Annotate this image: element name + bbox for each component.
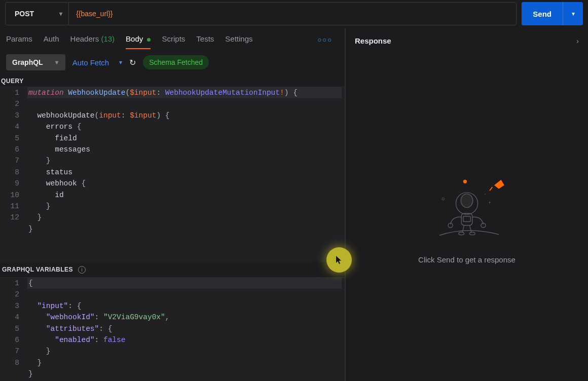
- response-header: Response ›: [346, 28, 588, 53]
- body-mode-label: GraphQL: [12, 58, 43, 66]
- line-number: 1: [0, 87, 19, 98]
- line-number: 6: [0, 144, 19, 155]
- line-number: 9: [0, 178, 19, 189]
- svg-point-8: [463, 180, 467, 183]
- url-input[interactable]: [69, 3, 516, 25]
- send-button[interactable]: Send: [522, 2, 563, 25]
- request-pane: Params Auth Headers (13) Body Scripts Te…: [0, 28, 345, 381]
- line-number: 8: [0, 167, 19, 178]
- tab-tests[interactable]: Tests: [196, 32, 214, 47]
- http-method-label: POST: [15, 10, 34, 18]
- line-number: 7: [0, 155, 19, 166]
- line-number: 4: [0, 121, 19, 132]
- tab-headers[interactable]: Headers (13): [70, 32, 115, 47]
- request-bar: POST ▾ Send ▾: [0, 0, 588, 28]
- query-gutter: 1 2 3 4 5 6 7 8 9 10 11 12: [0, 87, 27, 262]
- response-pane: Response ›: [345, 28, 588, 381]
- chevron-down-icon: ▾: [55, 59, 58, 66]
- tab-body[interactable]: Body: [126, 32, 151, 47]
- query-section-label: QUERY: [0, 75, 345, 87]
- tabs-overflow-icon[interactable]: ○○○: [317, 36, 333, 44]
- svg-rect-3: [463, 216, 470, 222]
- svg-point-7: [469, 232, 475, 235]
- autofetch-toggle[interactable]: Auto Fetch ▾: [72, 58, 123, 67]
- query-code-body[interactable]: mutation WebhookUpdate($input: WebhookUp…: [27, 87, 345, 262]
- astronaut-illustration-icon: [421, 170, 512, 241]
- chevron-right-icon[interactable]: ›: [576, 36, 579, 45]
- response-title: Response: [355, 36, 391, 45]
- chevron-down-icon: ▾: [572, 10, 575, 17]
- body-modified-dot-icon: [147, 38, 151, 42]
- url-container: POST ▾: [5, 2, 517, 25]
- variables-gutter: 1 2 3 4 5 6 7 8: [0, 278, 27, 381]
- refresh-icon[interactable]: ↻: [129, 58, 136, 67]
- autofetch-label: Auto Fetch: [72, 58, 109, 67]
- send-dropdown[interactable]: ▾: [563, 2, 583, 25]
- svg-point-10: [489, 202, 491, 203]
- tab-body-label: Body: [126, 34, 143, 43]
- pane-divider-handle[interactable]: [326, 247, 352, 273]
- http-method-select[interactable]: POST ▾: [6, 3, 69, 25]
- tab-params[interactable]: Params: [6, 32, 32, 47]
- chevron-down-icon: ▾: [59, 10, 62, 17]
- line-number: 3: [0, 300, 19, 312]
- line-number: 5: [0, 323, 19, 334]
- send-button-group: Send ▾: [522, 2, 583, 25]
- tab-scripts[interactable]: Scripts: [162, 32, 185, 47]
- body-toolbar: GraphQL ▾ Auto Fetch ▾ ↻ Schema Fetched: [0, 49, 345, 75]
- variables-code-body[interactable]: { "input": { "webhookId": "V2ViaG9vay0x"…: [27, 278, 345, 381]
- info-icon[interactable]: i: [78, 266, 86, 274]
- line-number: 4: [0, 312, 19, 323]
- response-empty-message: Click Send to get a response: [418, 255, 516, 264]
- line-number: 2: [0, 98, 19, 109]
- response-empty-state: Click Send to get a response: [346, 53, 588, 381]
- line-number: 12: [0, 212, 19, 223]
- tab-auth[interactable]: Auth: [44, 32, 59, 47]
- line-number: 7: [0, 346, 19, 357]
- tab-headers-count: (13): [101, 34, 115, 43]
- cursor-icon: [336, 255, 343, 264]
- variables-editor[interactable]: 1 2 3 4 5 6 7 8 { "input": { "webhookId"…: [0, 277, 345, 381]
- svg-point-1: [461, 194, 472, 208]
- line-number: 5: [0, 133, 19, 144]
- request-tabs: Params Auth Headers (13) Body Scripts Te…: [0, 28, 345, 49]
- svg-point-11: [485, 194, 486, 195]
- line-number: 6: [0, 334, 19, 346]
- line-number: 11: [0, 201, 19, 212]
- line-number: 3: [0, 110, 19, 121]
- chevron-down-icon: ▾: [119, 59, 122, 66]
- tab-headers-label: Headers: [70, 34, 99, 43]
- svg-point-6: [459, 232, 464, 235]
- query-editor[interactable]: 1 2 3 4 5 6 7 8 9 10 11 12 mutation Webh…: [0, 87, 345, 262]
- schema-status-badge: Schema Fetched: [143, 55, 209, 69]
- tab-settings[interactable]: Settings: [225, 32, 252, 47]
- body-mode-select[interactable]: GraphQL ▾: [6, 54, 65, 70]
- variables-section-label: GRAPHQL VARIABLES: [1, 264, 74, 275]
- line-number: 10: [0, 189, 19, 201]
- svg-point-9: [442, 198, 445, 200]
- line-number: 8: [0, 357, 19, 368]
- line-number: 1: [0, 278, 19, 289]
- line-number: 2: [0, 289, 19, 300]
